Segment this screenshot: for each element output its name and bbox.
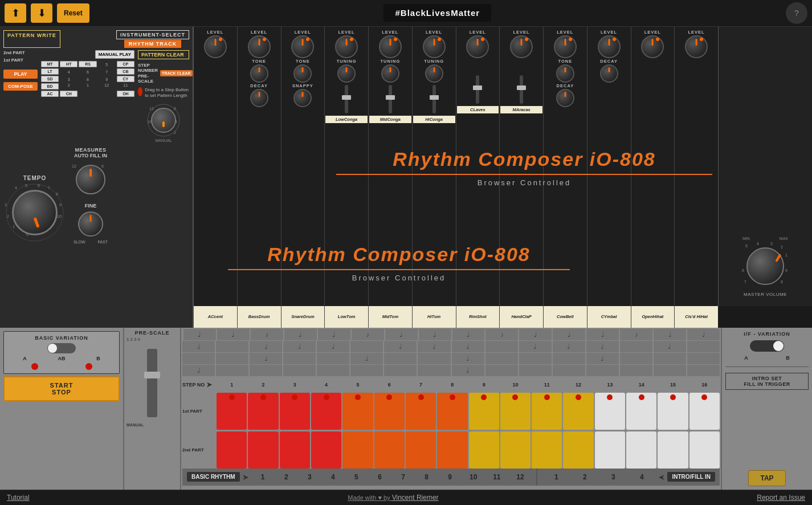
step-btn2-8[interactable]	[437, 431, 467, 469]
lt-tuning-knob[interactable]	[337, 64, 356, 83]
report-issue-link[interactable]: Report an Issue	[757, 494, 805, 502]
tempo-knob[interactable]: 4 5 6 7 8 9 10 3 2 1 0	[3, 181, 66, 244]
hc-level-knob[interactable]	[510, 35, 533, 58]
mt-level-knob[interactable]	[379, 35, 402, 58]
tutorial-link[interactable]: Tutorial	[7, 494, 30, 502]
mt-fader[interactable]	[389, 85, 392, 113]
step-btn-7[interactable]	[406, 393, 436, 430]
step-btn-13[interactable]	[595, 393, 625, 430]
ht-level-knob[interactable]	[423, 35, 446, 58]
fine-knob[interactable]	[75, 209, 107, 240]
drum-ht[interactable]: HT	[60, 61, 77, 67]
sd-level-knob[interactable]	[291, 35, 314, 58]
channel-name-cow-bell[interactable]: CowBell	[544, 306, 587, 328]
channel-name-open-hihat[interactable]: OpenHihat	[631, 306, 675, 328]
mt-tuning-knob[interactable]	[381, 64, 399, 83]
cb-tone-knob[interactable]	[556, 64, 574, 83]
bd-tone-knob[interactable]	[250, 64, 268, 83]
drum-mt[interactable]: MT	[41, 61, 59, 67]
drum-cy[interactable]: CY	[117, 76, 134, 82]
channel-name-cymbal[interactable]: CYmbal	[587, 306, 631, 328]
cy-decay-knob[interactable]	[600, 64, 618, 83]
channel-name-low-tom[interactable]: LowTom	[325, 306, 369, 328]
rs-level-knob[interactable]	[466, 35, 489, 58]
tap-button[interactable]: TAP	[748, 470, 785, 486]
lt-level-knob[interactable]	[335, 35, 358, 58]
cb-decay-knob[interactable]	[556, 89, 574, 107]
channel-name-rim-shot[interactable]: RimShot	[456, 306, 500, 328]
channel-name-mid-tom[interactable]: MidTom	[369, 306, 413, 328]
drum-oh[interactable]: OH	[117, 91, 134, 97]
step-btn-12[interactable]	[563, 393, 593, 430]
drum-cb[interactable]: CB	[117, 68, 134, 75]
oh-level-knob[interactable]	[641, 35, 664, 58]
step-btn2-2[interactable]	[248, 431, 278, 469]
step-btn2-7[interactable]	[406, 431, 436, 469]
compose-button[interactable]: COM-POSE	[3, 82, 38, 91]
lt-lowconga-btn[interactable]: LowConga	[325, 116, 368, 123]
step-btn-15[interactable]	[658, 393, 688, 430]
step-btn2-4[interactable]	[311, 431, 341, 469]
ch-level-knob[interactable]	[685, 35, 708, 58]
step-btn2-3[interactable]	[280, 431, 310, 469]
sd-tone-knob[interactable]	[293, 64, 312, 83]
step-btn-14[interactable]	[626, 393, 656, 430]
step-btn2-6[interactable]	[374, 431, 405, 469]
channel-name-accent[interactable]: ACcent	[194, 306, 238, 328]
step-btn-8[interactable]	[437, 393, 467, 430]
ht-hiconga-btn[interactable]: HiConga	[413, 116, 455, 123]
lt-fader[interactable]	[345, 85, 348, 113]
step-btn2-10[interactable]	[500, 431, 531, 469]
step-btn2-13[interactable]	[595, 431, 625, 469]
measures-knob[interactable]: 12 8 4	[71, 160, 111, 199]
step-btn-1[interactable]	[217, 393, 247, 430]
mt-midconga-btn[interactable]: MidConga	[369, 116, 411, 123]
step-btn-3[interactable]	[280, 393, 310, 430]
step-btn-9[interactable]	[469, 393, 499, 430]
reset-button[interactable]: Reset	[57, 3, 89, 23]
drum-cp[interactable]: CP	[117, 61, 134, 67]
step-btn2-12[interactable]	[563, 431, 593, 469]
info-button[interactable]: ?	[786, 2, 807, 24]
drum-ac[interactable]: AC	[41, 91, 59, 97]
hc-maracas-btn[interactable]: MAracas	[500, 106, 542, 113]
step-btn2-1[interactable]	[217, 431, 247, 469]
master-volume-knob[interactable]: 5 4 3 2 1 6 7 8 9	[740, 241, 791, 292]
ht-fader[interactable]	[432, 85, 436, 113]
drum-rs[interactable]: RS	[79, 61, 96, 67]
if-variation-toggle[interactable]	[750, 340, 784, 352]
rs-fader[interactable]	[476, 75, 479, 104]
bd-level-knob[interactable]	[248, 35, 271, 58]
pre-scale-slider[interactable]	[144, 372, 160, 378]
hc-fader[interactable]	[520, 75, 523, 104]
drum-lt[interactable]: LT	[41, 68, 59, 75]
step-btn2-11[interactable]	[532, 431, 562, 469]
track-clear-button[interactable]: TRACK CLEAR	[160, 70, 193, 76]
channel-name-bass-drum[interactable]: BassDrum	[238, 306, 281, 328]
step-btn-4[interactable]	[311, 393, 341, 430]
step-btn-11[interactable]	[532, 393, 562, 430]
rs-claves-btn[interactable]: CLaves	[457, 106, 499, 113]
drum-sd[interactable]: SD	[41, 76, 59, 82]
download-button[interactable]: ⬇	[31, 3, 52, 23]
bd-decay-knob[interactable]	[250, 89, 268, 107]
step-btn-5[interactable]	[342, 393, 373, 430]
step-btn2-15[interactable]	[658, 431, 688, 469]
ht-tuning-knob[interactable]	[425, 64, 443, 83]
manual-play-button[interactable]: MANUAL PLAY	[95, 50, 134, 59]
step-btn2-14[interactable]	[626, 431, 656, 469]
start-stop-button[interactable]: START STOP	[3, 376, 120, 401]
sd-snappy-knob[interactable]	[293, 89, 312, 107]
cb-level-knob[interactable]	[554, 35, 577, 58]
drum-ch[interactable]: CH	[60, 91, 77, 97]
basic-variation-toggle[interactable]	[47, 343, 76, 353]
accent-level-knob[interactable]	[204, 35, 227, 58]
author-link[interactable]: Vincent Riemer	[392, 494, 439, 502]
channel-name-snare-drum[interactable]: SnareDrum	[281, 306, 325, 328]
step-btn2-16[interactable]	[689, 431, 720, 469]
step-btn2-9[interactable]	[469, 431, 499, 469]
cy-level-knob[interactable]	[598, 35, 621, 58]
step-btn2-5[interactable]	[342, 431, 373, 469]
drum-bd[interactable]: BD	[41, 83, 59, 89]
upload-button[interactable]: ⬆	[5, 3, 26, 23]
